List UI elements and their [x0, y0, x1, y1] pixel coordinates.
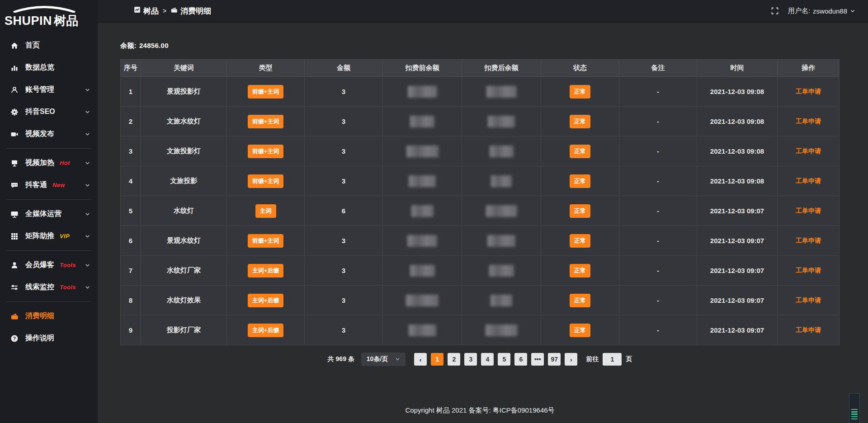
- cell-time: 2021-12-03 09:08: [697, 166, 778, 196]
- sidebar-item-matrix-boost[interactable]: 矩阵助推VIP: [0, 225, 98, 247]
- table-header-row: 序号关键词类型金额扣费前余额扣费后余额状态备注时间操作: [121, 60, 840, 77]
- table-row: 2文旅水纹灯前缀+主词3正常-2021-12-03 09:08工单申请: [121, 107, 840, 136]
- sidebar-item-consume-detail[interactable]: 消费明细: [0, 305, 98, 327]
- sidebar-item-video-heat[interactable]: 视频加热Hot: [0, 152, 98, 174]
- cell-remark: -: [619, 196, 697, 226]
- masked-balance-before: [383, 315, 462, 345]
- page-button-2[interactable]: 2: [448, 353, 460, 366]
- page-button-97[interactable]: 97: [548, 353, 561, 366]
- cell-remark: -: [619, 315, 697, 345]
- masked-balance-after-blur: [486, 324, 518, 336]
- app-logo: SHUPIN树品: [0, 0, 98, 33]
- type-badge: 前缀+主词: [248, 145, 284, 158]
- sidebar-item-douyin-seo[interactable]: 抖音SEO: [0, 101, 98, 123]
- work-order-link[interactable]: 工单申请: [796, 147, 821, 155]
- column-header: 序号: [121, 60, 141, 77]
- masked-balance-before-blur: [408, 86, 437, 98]
- logo-arc: [11, 5, 93, 13]
- sidebar-item-douketong[interactable]: 抖客通New: [0, 174, 98, 196]
- fullscreen-icon[interactable]: [771, 7, 779, 15]
- page-button-1[interactable]: 1: [431, 353, 443, 366]
- prev-page-button[interactable]: ‹: [414, 353, 427, 366]
- page-button-5[interactable]: 5: [498, 353, 510, 366]
- masked-balance-before: [383, 226, 462, 256]
- username-value: zswodun88: [813, 7, 847, 15]
- corner-widget-stripes: [851, 409, 858, 421]
- masked-balance-before: [383, 286, 462, 315]
- home-icon: [10, 41, 19, 50]
- sidebar-item-home[interactable]: 首页: [0, 34, 98, 56]
- work-order-link[interactable]: 工单申请: [796, 237, 821, 244]
- main-area: 树品 > 消费明细 用户名: zswodun88: [98, 0, 868, 423]
- next-page-button[interactable]: ›: [565, 353, 577, 366]
- content-area: 余额:24856.00 序号关键词类型金额扣费前余额扣费后余额状态备注时间操作 …: [98, 23, 868, 423]
- user-dropdown[interactable]: 用户名: zswodun88: [788, 7, 855, 15]
- cell-status: 正常: [541, 166, 619, 196]
- page-button-3[interactable]: 3: [464, 353, 477, 366]
- sidebar-item-data-overview[interactable]: 数据总览: [0, 56, 98, 79]
- sidebar-item-label: 首页: [25, 41, 40, 50]
- work-order-link[interactable]: 工单申请: [796, 88, 821, 95]
- menu-divider: [6, 148, 91, 149]
- status-badge: 正常: [570, 174, 590, 188]
- table-row: 4文旅投影前缀+主词3正常-2021-12-03 09:08工单申请: [121, 166, 840, 196]
- consumption-table: 序号关键词类型金额扣费前余额扣费后余额状态备注时间操作 1景观投影灯前缀+主词3…: [120, 59, 840, 345]
- topbar: 树品 > 消费明细 用户名: zswodun88: [98, 0, 868, 23]
- cell-time: 2021-12-03 09:08: [697, 77, 778, 107]
- status-badge: 正常: [570, 234, 590, 248]
- work-order-link[interactable]: 工单申请: [796, 326, 821, 334]
- cell-remark: -: [619, 286, 697, 315]
- cell-action: 工单申请: [778, 315, 840, 345]
- cell-type: 主词+后缀: [227, 256, 305, 286]
- masked-balance-after: [462, 166, 541, 196]
- work-order-link[interactable]: 工单申请: [796, 177, 821, 184]
- work-order-link[interactable]: 工单申请: [796, 207, 821, 214]
- cell-amount: 3: [305, 136, 383, 166]
- page-ellipsis-button[interactable]: •••: [531, 353, 544, 366]
- work-order-link[interactable]: 工单申请: [796, 118, 821, 125]
- cell-time: 2021-12-03 09:07: [697, 286, 778, 315]
- page-size-value: 10条/页: [367, 355, 388, 363]
- type-badge: 前缀+主词: [248, 174, 284, 188]
- work-order-link[interactable]: 工单申请: [796, 296, 821, 304]
- sidebar-item-account[interactable]: 账号管理: [0, 79, 98, 101]
- status-badge: 正常: [570, 145, 590, 158]
- sidebar: SHUPIN树品 首页数据总览账号管理抖音SEO视频发布视频加热Hot抖客通Ne…: [0, 0, 98, 423]
- cell-no: 5: [121, 196, 141, 226]
- sidebar-item-video-publish[interactable]: 视频发布: [0, 123, 98, 145]
- status-badge: 正常: [570, 204, 590, 218]
- cell-time: 2021-12-03 09:08: [697, 107, 778, 136]
- breadcrumb-home[interactable]: 树品: [134, 6, 159, 16]
- cell-time: 2021-12-03 09:07: [697, 226, 778, 256]
- sidebar-item-help[interactable]: ?操作说明: [0, 327, 98, 349]
- sidebar-item-label: 账号管理: [25, 85, 54, 94]
- logo-text-cn: 树品: [54, 14, 79, 28]
- page-button-4[interactable]: 4: [481, 353, 494, 366]
- cell-keyword: 文旅投影灯: [141, 136, 227, 166]
- sidebar-item-leads-monitor[interactable]: 线索监控Tools: [0, 276, 98, 298]
- masked-balance-after-blur: [486, 86, 517, 98]
- sidebar-item-member-burst[interactable]: 会员爆客Tools: [0, 254, 98, 276]
- cell-status: 正常: [541, 226, 619, 256]
- cell-type: 前缀+主词: [227, 77, 305, 107]
- masked-balance-after-blur: [486, 205, 517, 217]
- app-square-icon: [134, 6, 141, 15]
- cell-amount: 3: [305, 107, 383, 136]
- masked-balance-before-blur: [406, 146, 439, 157]
- chart-icon: [10, 63, 19, 72]
- masked-balance-before-blur: [411, 205, 434, 217]
- sidebar-item-label: 矩阵助推: [25, 231, 54, 241]
- sidebar-item-media-ops[interactable]: 全媒体运营: [0, 203, 98, 225]
- cell-status: 正常: [541, 107, 619, 136]
- cell-action: 工单申请: [778, 256, 840, 286]
- page-button-6[interactable]: 6: [514, 353, 527, 366]
- masked-balance-before: [383, 77, 462, 107]
- work-order-link[interactable]: 工单申请: [796, 267, 821, 274]
- goto-page-input[interactable]: [603, 353, 622, 366]
- cell-keyword: 水纹灯效果: [141, 286, 227, 315]
- svg-text:?: ?: [13, 335, 16, 341]
- page-size-select[interactable]: 10条/页: [361, 352, 406, 366]
- masked-balance-before-blur: [410, 265, 435, 277]
- cell-action: 工单申请: [778, 196, 840, 226]
- cell-no: 4: [121, 166, 141, 196]
